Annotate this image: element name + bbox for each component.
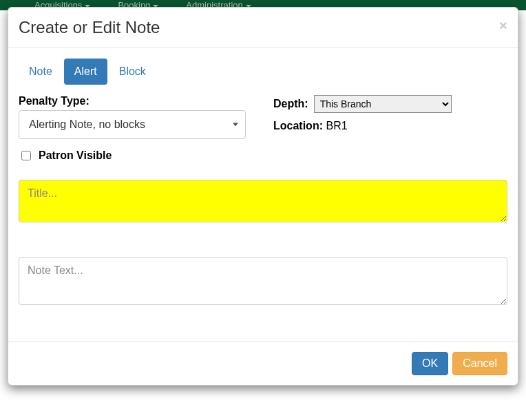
cancel-button[interactable]: Cancel (452, 352, 507, 375)
patron-visible-label: Patron Visible (39, 149, 112, 162)
mode-tabs: Note Alert Block (19, 59, 507, 85)
note-text-input[interactable] (19, 257, 507, 305)
depth-label: Depth: (273, 98, 308, 110)
penalty-type-select[interactable]: Alerting Note, no blocks (19, 110, 246, 139)
penalty-type-group: Penalty Type: Alerting Note, no blocks (19, 95, 260, 139)
penalty-type-selected: Alerting Note, no blocks (29, 118, 145, 131)
depth-select[interactable]: This Branch (314, 95, 452, 113)
location-label: Location: (273, 120, 323, 132)
create-edit-note-modal: Create or Edit Note × Note Alert Block P… (8, 7, 518, 386)
tab-block[interactable]: Block (109, 59, 156, 85)
modal-title: Create or Edit Note (19, 18, 160, 37)
modal-body: Note Alert Block Penalty Type: Alerting … (8, 48, 518, 308)
form-row-top: Penalty Type: Alerting Note, no blocks D… (19, 95, 507, 139)
modal-footer: OK Cancel (8, 342, 518, 385)
modal-header: Create or Edit Note × (8, 8, 518, 48)
title-input[interactable] (19, 180, 507, 222)
penalty-type-label: Penalty Type: (19, 95, 260, 107)
close-button[interactable]: × (499, 18, 507, 32)
modal-backdrop: Create or Edit Note × Note Alert Block P… (0, 0, 526, 420)
patron-visible-checkbox[interactable] (21, 151, 31, 160)
location-value: BR1 (326, 120, 347, 132)
depth-location-group: Depth: This Branch Location: BR1 (273, 95, 507, 139)
tab-alert[interactable]: Alert (64, 59, 107, 85)
patron-visible-row[interactable]: Patron Visible (19, 149, 507, 162)
tab-note[interactable]: Note (19, 59, 63, 85)
depth-row: Depth: This Branch (273, 95, 507, 113)
ok-button[interactable]: OK (412, 352, 448, 375)
location-row: Location: BR1 (273, 120, 507, 132)
chevron-down-icon (233, 123, 238, 127)
